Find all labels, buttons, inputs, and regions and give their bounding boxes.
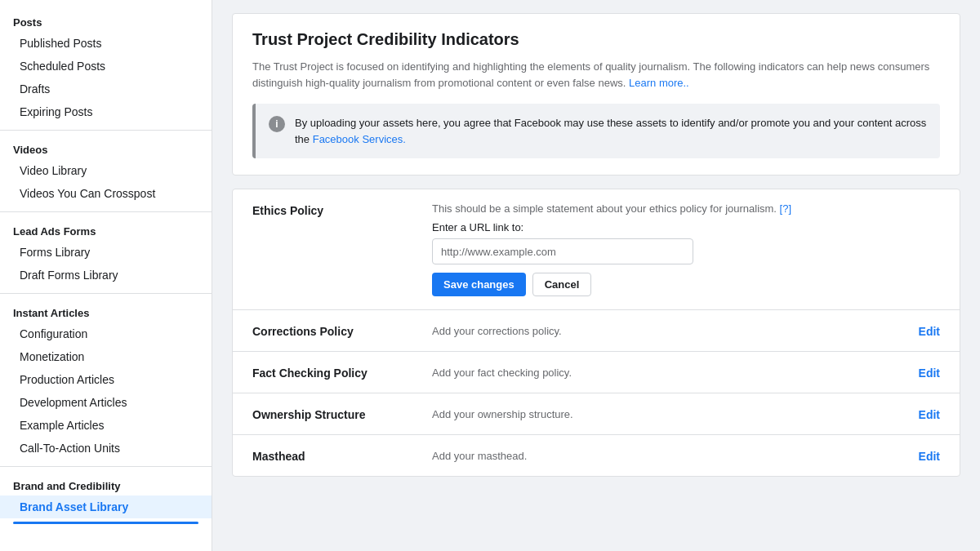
sidebar-item-call-to-action-units[interactable]: Call-To-Action Units xyxy=(0,437,212,460)
btn-group-ethics-policy: Save changesCancel xyxy=(432,273,940,296)
sidebar-divider xyxy=(0,466,212,467)
sidebar-divider xyxy=(0,211,212,212)
url-label-ethics-policy: Enter a URL link to: xyxy=(432,221,940,233)
policy-label-ethics-policy: Ethics Policy xyxy=(252,202,416,217)
facebook-services-link[interactable]: Facebook Services. xyxy=(313,133,406,145)
sidebar-item-monetization[interactable]: Monetization xyxy=(0,345,212,368)
policy-content-masthead: Add your masthead. xyxy=(432,448,902,462)
sidebar: PostsPublished PostsScheduled PostsDraft… xyxy=(0,0,212,551)
sidebar-section-header-posts: Posts xyxy=(0,10,212,32)
info-box: i By uploading your assets here, you agr… xyxy=(252,104,940,158)
sidebar-item-videos-you-can-crosspost[interactable]: Videos You Can Crosspost xyxy=(0,182,212,205)
sidebar-section-header-instant-articles: Instant Articles xyxy=(0,300,212,322)
policy-label-masthead: Masthead xyxy=(252,448,416,463)
save-button-ethics-policy[interactable]: Save changes xyxy=(432,273,526,296)
sidebar-item-brand-asset-library[interactable]: Brand Asset Library xyxy=(0,495,212,518)
main-content: Trust Project Credibility Indicators The… xyxy=(212,0,980,551)
sidebar-divider xyxy=(0,293,212,294)
sidebar-item-published-posts[interactable]: Published Posts xyxy=(0,32,212,55)
sidebar-section-header-lead-ads-forms: Lead Ads Forms xyxy=(0,219,212,241)
policy-row-masthead: MastheadAdd your masthead.Edit xyxy=(233,435,960,476)
policy-label-fact-checking-policy: Fact Checking Policy xyxy=(252,365,416,380)
sidebar-item-development-articles[interactable]: Development Articles xyxy=(0,391,212,414)
sidebar-divider xyxy=(0,130,212,131)
info-icon: i xyxy=(269,116,285,132)
policy-add-text-ownership-structure: Add your ownership structure. xyxy=(432,407,902,420)
sidebar-section-header-brand-and-credibility: Brand and Credibility xyxy=(0,473,212,495)
sidebar-section-header-videos: Videos xyxy=(0,137,212,159)
page-title: Trust Project Credibility Indicators xyxy=(252,30,940,49)
sidebar-item-configuration[interactable]: Configuration xyxy=(0,322,212,345)
policy-hint-ethics-policy: This should be a simple statement about … xyxy=(432,202,940,215)
policy-content-corrections-policy: Add your corrections policy. xyxy=(432,323,902,337)
policy-add-text-fact-checking-policy: Add your fact checking policy. xyxy=(432,365,902,379)
policy-label-ownership-structure: Ownership Structure xyxy=(252,407,416,421)
edit-link-corrections-policy[interactable]: Edit xyxy=(919,323,940,338)
info-text: By uploading your assets here, you agree… xyxy=(295,115,927,147)
edit-link-masthead[interactable]: Edit xyxy=(919,448,940,463)
edit-link-ownership-structure[interactable]: Edit xyxy=(919,407,940,421)
sidebar-item-production-articles[interactable]: Production Articles xyxy=(0,368,212,391)
sidebar-item-draft-forms-library[interactable]: Draft Forms Library xyxy=(0,264,212,287)
policy-row-ethics-policy: Ethics PolicyThis should be a simple sta… xyxy=(233,189,960,310)
sidebar-active-indicator xyxy=(13,522,198,524)
sidebar-item-expiring-posts[interactable]: Expiring Posts xyxy=(0,100,212,123)
edit-link-fact-checking-policy[interactable]: Edit xyxy=(919,365,940,380)
policy-content-ownership-structure: Add your ownership structure. xyxy=(432,407,902,420)
policy-label-corrections-policy: Corrections Policy xyxy=(252,323,416,338)
sidebar-item-example-articles[interactable]: Example Articles xyxy=(0,414,212,437)
policy-content-ethics-policy: This should be a simple statement about … xyxy=(432,202,940,296)
policy-row-corrections-policy: Corrections PolicyAdd your corrections p… xyxy=(233,310,960,352)
policy-section: Ethics PolicyThis should be a simple sta… xyxy=(232,189,960,477)
trust-project-card: Trust Project Credibility Indicators The… xyxy=(232,13,960,176)
policy-hint-link-ethics-policy[interactable]: [?] xyxy=(780,202,791,215)
policy-row-fact-checking-policy: Fact Checking PolicyAdd your fact checki… xyxy=(233,352,960,393)
sidebar-item-drafts[interactable]: Drafts xyxy=(0,78,212,100)
policy-row-ownership-structure: Ownership StructureAdd your ownership st… xyxy=(233,393,960,435)
sidebar-item-scheduled-posts[interactable]: Scheduled Posts xyxy=(0,55,212,78)
description-text: The Trust Project is focused on identify… xyxy=(252,59,940,91)
cancel-button-ethics-policy[interactable]: Cancel xyxy=(532,273,592,296)
policy-add-text-masthead: Add your masthead. xyxy=(432,448,902,462)
url-input-ethics-policy[interactable] xyxy=(432,238,693,264)
policy-content-fact-checking-policy: Add your fact checking policy. xyxy=(432,365,902,379)
learn-more-link[interactable]: Learn more.. xyxy=(629,77,689,89)
sidebar-item-video-library[interactable]: Video Library xyxy=(0,159,212,182)
policy-add-text-corrections-policy: Add your corrections policy. xyxy=(432,323,902,337)
sidebar-item-forms-library[interactable]: Forms Library xyxy=(0,241,212,264)
